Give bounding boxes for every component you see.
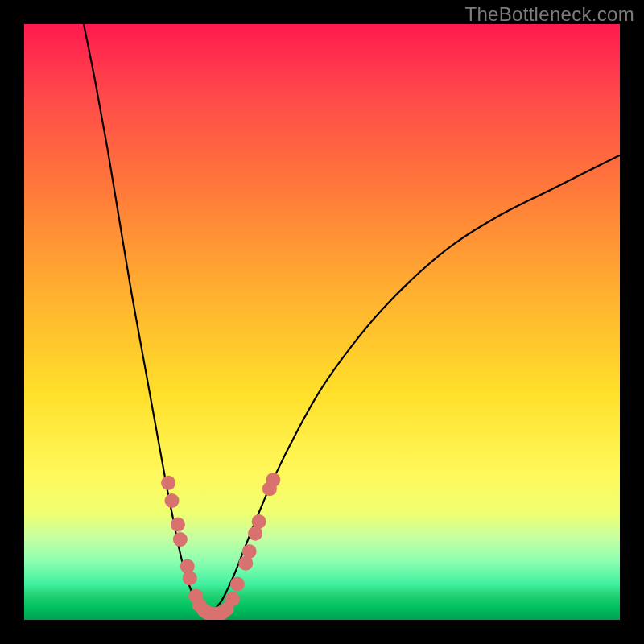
marker-dot <box>173 532 188 547</box>
marker-dot <box>165 493 180 508</box>
curve-left <box>84 24 208 614</box>
marker-dot <box>242 544 257 559</box>
marker-dot <box>230 577 245 592</box>
chart-svg <box>24 24 620 620</box>
highlight-markers <box>161 473 280 620</box>
marker-dot <box>171 518 185 532</box>
marker-dot <box>266 473 280 487</box>
chart-frame: TheBottleneck.com <box>0 0 644 644</box>
marker-dot <box>183 571 197 585</box>
curve-right <box>208 155 620 614</box>
plot-area <box>24 24 620 620</box>
marker-dot <box>252 514 266 529</box>
marker-dot <box>161 476 175 490</box>
watermark-text: TheBottleneck.com <box>464 3 634 26</box>
marker-dot <box>225 592 240 606</box>
marker-dot <box>180 559 195 573</box>
